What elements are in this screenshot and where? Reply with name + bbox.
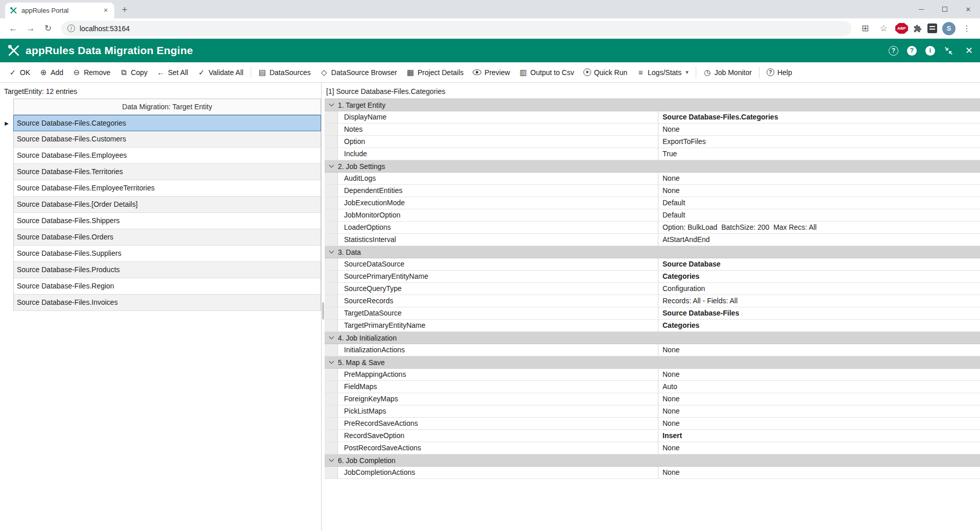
browser-tab[interactable]: appRules Portal ✕: [5, 3, 114, 18]
collapse-chevron-icon[interactable]: [325, 165, 338, 167]
toolbar-datasources-button[interactable]: ▤DataSources: [254, 65, 315, 80]
property-value[interactable]: True: [658, 148, 980, 160]
toolbar-set-all-button[interactable]: ←Set All: [152, 65, 193, 80]
toolbar-ok-button[interactable]: ✓OK: [4, 65, 35, 80]
property-value[interactable]: None: [658, 185, 980, 197]
target-entity-label[interactable]: Source Database-Files.Categories: [13, 115, 321, 131]
property-row[interactable]: AuditLogsNone: [325, 173, 980, 185]
target-entity-row[interactable]: Source Database-Files.Products: [0, 262, 321, 278]
site-info-icon[interactable]: i: [67, 25, 75, 32]
property-value[interactable]: Insert: [658, 430, 980, 442]
collapse-chevron-icon[interactable]: [325, 361, 338, 363]
property-section-header[interactable]: 6. Job Completion: [325, 454, 980, 467]
property-value[interactable]: Configuration: [658, 283, 980, 295]
target-entity-label[interactable]: Source Database-Files.Territories: [13, 164, 321, 180]
property-section-header[interactable]: 2. Job Settings: [325, 160, 980, 173]
target-entity-row[interactable]: ▶Source Database-Files.Categories: [0, 115, 321, 131]
property-value[interactable]: AtStartAndEnd: [658, 234, 980, 246]
profile-avatar[interactable]: S: [942, 22, 955, 35]
property-row[interactable]: ForeignKeyMapsNone: [325, 393, 980, 405]
property-row[interactable]: SourcePrimaryEntityNameCategories: [325, 271, 980, 283]
compress-icon[interactable]: [944, 46, 953, 56]
target-entity-label[interactable]: Source Database-Files.Employees: [13, 148, 321, 164]
tab-close-icon[interactable]: ✕: [102, 7, 110, 15]
property-value[interactable]: None: [658, 467, 980, 478]
property-row[interactable]: StatisticsIntervalAtStartAndEnd: [325, 234, 980, 246]
property-value[interactable]: None: [658, 405, 980, 417]
toolbar-job-monitor-button[interactable]: ◷Job Monitor: [699, 65, 756, 80]
bookmark-star-icon[interactable]: ☆: [877, 20, 890, 37]
property-value[interactable]: Records: All - Fields: All: [658, 295, 980, 307]
target-entity-label[interactable]: Source Database-Files.Products: [13, 262, 321, 278]
property-row[interactable]: FieldMapsAuto: [325, 381, 980, 393]
property-row[interactable]: PickListMapsNone: [325, 405, 980, 418]
window-maximize-button[interactable]: [933, 0, 957, 18]
property-row[interactable]: SourceRecordsRecords: All - Fields: All: [325, 295, 980, 307]
tab-grid-icon[interactable]: ⊞: [859, 20, 872, 37]
target-entity-label[interactable]: Source Database-Files.Invoices: [13, 295, 321, 311]
property-value[interactable]: None: [658, 418, 980, 429]
target-entity-row[interactable]: Source Database-Files.Customers: [0, 131, 321, 148]
property-value[interactable]: Categories: [658, 320, 980, 331]
toolbar-datasource-browser-button[interactable]: ◇DataSource Browser: [315, 65, 402, 80]
property-row[interactable]: PreMappingActionsNone: [325, 369, 980, 381]
property-value[interactable]: ExportToFiles: [658, 136, 980, 148]
collapse-chevron-icon[interactable]: [325, 104, 338, 106]
property-row[interactable]: JobExecutionModeDefault: [325, 197, 980, 209]
toolbar-remove-button[interactable]: ⊖Remove: [68, 65, 115, 80]
script-extension-icon[interactable]: [927, 23, 937, 33]
target-entity-label[interactable]: Source Database-Files.Shippers: [13, 213, 321, 229]
property-value[interactable]: Auto: [658, 381, 980, 393]
target-entity-label[interactable]: Source Database-Files.Region: [13, 278, 321, 295]
toolbar-preview-button[interactable]: Preview: [468, 65, 514, 80]
property-row[interactable]: NotesNone: [325, 124, 980, 136]
property-value[interactable]: None: [658, 344, 980, 356]
property-row[interactable]: DisplayNameSource Database-Files.Categor…: [325, 111, 980, 124]
new-tab-button[interactable]: +: [117, 3, 132, 17]
property-section-header[interactable]: 4. Job Initialization: [325, 332, 980, 344]
property-value[interactable]: None: [658, 393, 980, 405]
property-row[interactable]: DependentEntitiesNone: [325, 185, 980, 197]
property-row[interactable]: JobCompletionActionsNone: [325, 467, 980, 479]
target-entity-label[interactable]: Source Database-Files.Orders: [13, 229, 321, 246]
toolbar-logs-stats-button[interactable]: ≡Logs/Stats▾: [632, 65, 693, 80]
collapse-chevron-icon[interactable]: [325, 460, 338, 461]
back-button[interactable]: ←: [5, 20, 21, 37]
help-outline-icon[interactable]: ?: [889, 46, 898, 56]
property-row[interactable]: InitializationActionsNone: [325, 344, 980, 356]
target-entity-label[interactable]: Source Database-Files.EmployeeTerritorie…: [13, 180, 321, 197]
collapse-chevron-icon[interactable]: [325, 337, 338, 339]
target-entity-row[interactable]: Source Database-Files.EmployeeTerritorie…: [0, 180, 321, 197]
property-row[interactable]: JobMonitorOptionDefault: [325, 209, 980, 222]
target-entity-row[interactable]: Source Database-Files.Territories: [0, 164, 321, 180]
toolbar-project-details-button[interactable]: ▦Project Details: [402, 65, 468, 80]
puzzle-extension-icon[interactable]: [913, 24, 922, 33]
browser-menu-icon[interactable]: ⋮: [961, 23, 973, 33]
window-close-button[interactable]: ✕: [957, 0, 980, 18]
toolbar-copy-button[interactable]: ⧉Copy: [115, 65, 152, 80]
property-row[interactable]: OptionExportToFiles: [325, 136, 980, 148]
property-row[interactable]: LoaderOptionsOption: BulkLoad BatchSize:…: [325, 222, 980, 234]
property-value[interactable]: None: [658, 124, 980, 135]
property-value[interactable]: Source Database-Files.Categories: [658, 111, 980, 123]
target-entity-label[interactable]: Source Database-Files.[Order Details]: [13, 197, 321, 213]
help-filled-icon[interactable]: ?: [907, 46, 917, 56]
target-entity-row[interactable]: Source Database-Files.Employees: [0, 148, 321, 164]
property-row[interactable]: TargetDataSourceSource Database-Files: [325, 307, 980, 320]
property-value[interactable]: None: [658, 173, 980, 184]
adblock-extension-icon[interactable]: ABP: [895, 23, 908, 34]
property-row[interactable]: RecordSaveOptionInsert: [325, 430, 980, 442]
property-row[interactable]: IncludeTrue: [325, 148, 980, 160]
target-entity-label[interactable]: Source Database-Files.Customers: [13, 131, 321, 148]
property-section-header[interactable]: 3. Data: [325, 246, 980, 258]
toolbar-help-button[interactable]: ?Help: [762, 65, 797, 80]
target-entity-row[interactable]: Source Database-Files.Shippers: [0, 213, 321, 229]
toolbar-add-button[interactable]: ⊕Add: [35, 65, 68, 80]
property-value[interactable]: None: [658, 369, 980, 380]
toolbar-output-to-csv-button[interactable]: ▥Output to Csv: [514, 65, 579, 80]
url-text[interactable]: localhost:53164: [80, 25, 130, 33]
property-section-header[interactable]: 1. Target Entity: [325, 99, 980, 111]
panel-splitter[interactable]: [322, 83, 325, 531]
forward-button[interactable]: →: [22, 20, 39, 37]
property-value[interactable]: Categories: [658, 271, 980, 282]
